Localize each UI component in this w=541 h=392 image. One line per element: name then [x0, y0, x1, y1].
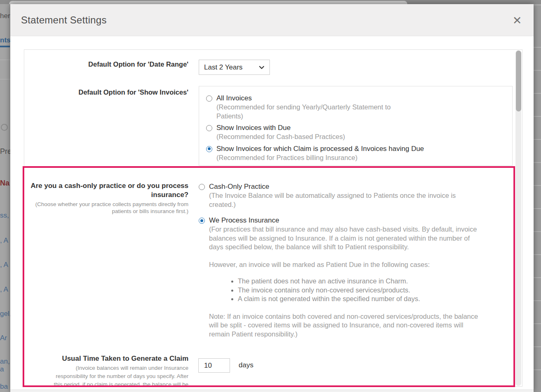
settings-panel: Default Option for 'Date Range' Last 2 Y…	[24, 49, 522, 387]
background-link-fragment: , A	[0, 285, 8, 294]
scrollbar-track[interactable]	[515, 50, 521, 386]
option-all-invoices[interactable]: All Invoices (Recommended for sending Ye…	[206, 94, 506, 121]
radio-icon[interactable]	[206, 125, 212, 131]
dialog-header: Statement Settings ✕	[10, 4, 534, 36]
background-link-fragment: ba	[0, 383, 8, 391]
background-text-fragment: Pre	[0, 147, 12, 156]
background-link-fragment: , A	[0, 261, 8, 269]
dialog-footer-edge	[10, 390, 534, 392]
background-text-fragment: Na	[0, 179, 9, 188]
option-hint: (Recommended for Practices billing Insur…	[216, 153, 424, 162]
radio-icon[interactable]	[199, 184, 205, 190]
list-item: The patient does not have an active insu…	[231, 277, 485, 286]
label-text: Are you a cash-only practice or do you p…	[30, 182, 188, 199]
date-range-value: Last 2 Years	[204, 63, 259, 72]
background-link-fragment: , A	[0, 237, 8, 245]
label-text: Usual Time Taken to Generate a Claim	[62, 355, 188, 362]
chevron-down-icon	[259, 65, 265, 70]
option-cash-only[interactable]: Cash-Only Practice (The Invoice Balance …	[199, 182, 518, 209]
option-hint: (For practices that bill insurance and m…	[209, 225, 483, 252]
claim-time-hint: (Invoice balances will remain under Insu…	[24, 364, 188, 387]
background-top-bar	[0, 0, 541, 4]
option-label: Show Invoices with Due	[216, 123, 345, 132]
radio-icon[interactable]	[206, 95, 212, 102]
background-active-tab-fragment: nts	[0, 36, 11, 44]
cash-or-insurance-hint: (Choose whether your practice collects p…	[24, 201, 188, 215]
option-hint: (Recommended for sending Yearly/Quarterl…	[216, 103, 413, 121]
hint-line: responsibility for the number of days yo…	[24, 372, 188, 380]
patient-due-cases-intro: However, an invoice will be marked as Pa…	[209, 260, 485, 269]
radio-icon[interactable]	[199, 218, 205, 224]
hint-line: this period, if no claim is generated, t…	[24, 380, 188, 387]
split-balance-note: Note: If an invoice contains both covere…	[209, 312, 485, 339]
background-link-fragment: Ar	[0, 334, 7, 342]
background-link-fragment: gel,	[0, 310, 11, 318]
option-label: All Invoices	[216, 94, 413, 103]
option-hint: (Recommended for Cash-based Practices)	[216, 132, 345, 141]
option-label: Show Invoices for which Claim is process…	[216, 144, 424, 153]
background-text-fragment: her	[0, 12, 10, 20]
claim-time-label: Usual Time Taken to Generate a Claim (In…	[24, 354, 188, 387]
list-item: The invoice contains only non-covered se…	[231, 286, 485, 295]
cash-or-insurance-radio-group: Cash-Only Practice (The Invoice Balance …	[199, 182, 518, 339]
close-button[interactable]: ✕	[511, 14, 524, 27]
option-label: We Process Insurance	[209, 216, 483, 225]
close-icon: ✕	[513, 14, 522, 27]
dialog-title: Statement Settings	[21, 14, 107, 26]
screen: her nts Pre Na ss, A , A , A , A gel, Ar…	[0, 0, 541, 392]
background-radio-icon	[1, 124, 8, 131]
insurance-details: However, an invoice will be marked as Pa…	[209, 260, 485, 339]
option-invoices-with-due[interactable]: Show Invoices with Due (Recommended for …	[206, 123, 506, 141]
background-toolbar	[9, 1, 407, 4]
hint-line: (Invoice balances will remain under Insu…	[24, 364, 188, 372]
background-link-fragment: an,	[0, 357, 10, 366]
background-tab-underline	[0, 46, 10, 47]
background-table-edge	[534, 4, 541, 392]
patient-due-cases-list: The patient does not have an active insu…	[209, 277, 485, 304]
cash-or-insurance-label: Are you a cash-only practice or do you p…	[24, 181, 188, 215]
date-range-label: Default Option for 'Date Range'	[24, 60, 188, 69]
list-item: A claim is not generated within the spec…	[231, 295, 485, 304]
show-invoices-radio-group: All Invoices (Recommended for sending Ye…	[199, 86, 513, 166]
option-we-process-insurance[interactable]: We Process Insurance (For practices that…	[199, 216, 518, 252]
claim-days-input[interactable]	[198, 358, 230, 373]
scrollbar-thumb[interactable]	[516, 51, 521, 111]
option-claim-processed[interactable]: Show Invoices for which Claim is process…	[206, 144, 506, 162]
claim-days-unit: days	[239, 361, 253, 369]
option-label: Cash-Only Practice	[209, 182, 483, 191]
date-range-select[interactable]: Last 2 Years	[199, 60, 270, 75]
show-invoices-label: Default Option for 'Show Invoices'	[24, 88, 188, 97]
statement-settings-dialog: Statement Settings ✕ Default Option for …	[10, 4, 534, 392]
background-link-fragment: a	[0, 365, 4, 373]
background-divider	[0, 60, 10, 60]
radio-icon[interactable]	[206, 146, 212, 152]
option-hint: (The Invoice Balance will be automatical…	[209, 191, 483, 209]
background-divider	[0, 79, 10, 79]
